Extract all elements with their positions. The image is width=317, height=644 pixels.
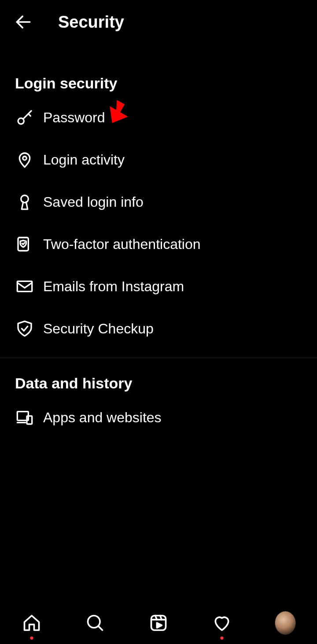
arrow-left-icon [14,12,33,32]
svg-point-4 [23,157,26,160]
item-label: Saved login info [43,194,144,210]
item-login-activity[interactable]: Login activity [0,139,317,181]
back-button[interactable] [13,12,33,32]
item-label: Password [43,110,105,126]
shield-check-icon [15,319,34,338]
nav-profile[interactable] [275,612,296,633]
page-title: Security [58,13,124,32]
search-icon [85,613,105,633]
nav-activity[interactable] [211,612,232,633]
nav-search[interactable] [85,612,106,633]
reels-icon [149,613,168,633]
item-label: Apps and websites [43,410,162,426]
nav-reels[interactable] [148,612,169,633]
bottom-nav [0,602,317,644]
item-label: Login activity [43,152,125,168]
item-saved-login-info[interactable]: Saved login info [0,181,317,223]
svg-line-13 [98,626,102,630]
svg-marker-18 [157,623,162,628]
notification-dot-icon [221,637,224,640]
item-security-checkup[interactable]: Security Checkup [0,307,317,350]
notification-dot-icon [30,637,33,640]
home-icon [22,613,41,633]
nav-home[interactable] [21,612,42,633]
key-icon [15,108,34,127]
item-two-factor-authentication[interactable]: Two-factor authentication [0,223,317,265]
item-password[interactable]: Password [0,96,317,139]
mail-icon [15,277,34,296]
location-pin-icon [15,150,34,169]
item-label: Emails from Instagram [43,278,184,295]
item-label: Two-factor authentication [43,236,201,252]
section-header-data-and-history: Data and history [0,375,317,392]
item-emails-from-instagram[interactable]: Emails from Instagram [0,265,317,307]
item-apps-and-websites[interactable]: Apps and websites [0,396,317,439]
header: Security [0,0,317,44]
shield-device-icon [15,234,34,254]
divider [0,358,317,358]
svg-point-5 [21,195,29,203]
section-header-login-security: Login security [0,75,317,92]
svg-line-3 [28,114,30,116]
devices-icon [15,408,34,427]
avatar-icon [275,611,296,635]
item-label: Security Checkup [43,321,154,337]
svg-rect-7 [17,281,32,291]
keyhole-icon [15,192,34,212]
heart-icon [212,613,232,633]
